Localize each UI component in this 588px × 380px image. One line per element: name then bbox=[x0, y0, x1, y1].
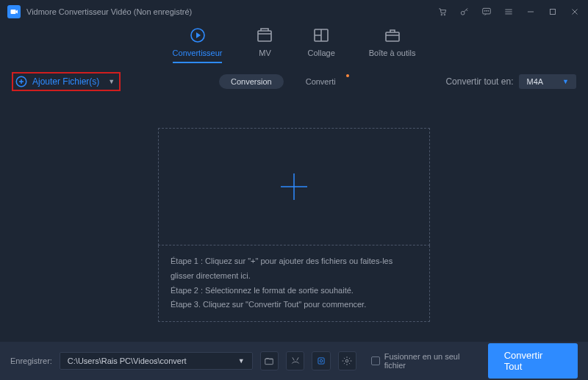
svg-rect-12 bbox=[386, 32, 399, 41]
sub-toolbar: Ajouter Fichier(s) ▼ Conversion Converti… bbox=[0, 63, 588, 98]
plus-icon bbox=[279, 172, 309, 201]
main-tabs: Convertisseur MV Collage Boîte à outils bbox=[0, 24, 588, 63]
chevron-down-icon: ▼ bbox=[108, 78, 115, 85]
convert-all-label: Convertir tout en: bbox=[445, 76, 513, 87]
checkbox-icon bbox=[371, 356, 380, 365]
segment-conversion[interactable]: Conversion bbox=[219, 74, 284, 89]
notification-dot bbox=[346, 74, 349, 77]
svg-point-5 bbox=[484, 10, 485, 11]
svg-point-6 bbox=[487, 10, 487, 11]
svg-point-2 bbox=[444, 14, 445, 15]
save-label: Enregistrer: bbox=[10, 356, 52, 365]
app-logo bbox=[7, 5, 21, 18]
close-icon[interactable] bbox=[569, 6, 581, 18]
merge-label: Fusionner en un seul fichier bbox=[384, 352, 481, 370]
gpu-accel-button[interactable] bbox=[312, 351, 330, 370]
svg-rect-16 bbox=[265, 359, 273, 365]
format-value: M4A bbox=[526, 77, 543, 86]
svg-point-18 bbox=[320, 359, 323, 362]
add-files-label: Ajouter Fichier(s) bbox=[32, 76, 99, 87]
toolbox-icon bbox=[384, 26, 401, 44]
svg-rect-17 bbox=[318, 358, 324, 364]
tab-label: Collage bbox=[307, 49, 334, 57]
chevron-down-icon: ▼ bbox=[238, 357, 245, 365]
tab-collage[interactable]: Collage bbox=[307, 26, 334, 63]
svg-rect-10 bbox=[258, 31, 271, 41]
collage-icon bbox=[312, 26, 330, 44]
cart-icon[interactable] bbox=[437, 6, 448, 18]
converter-icon bbox=[189, 26, 207, 44]
settings-button[interactable] bbox=[338, 351, 356, 370]
chevron-down-icon: ▼ bbox=[562, 78, 569, 85]
svg-point-7 bbox=[488, 10, 489, 11]
plus-circle-icon bbox=[15, 75, 28, 88]
titlebar: Vidmore Convertisseur Vidéo (Non enregis… bbox=[0, 0, 588, 24]
tab-label: MV bbox=[259, 49, 271, 57]
window-title: Vidmore Convertisseur Vidéo (Non enregis… bbox=[26, 7, 437, 16]
add-files-button[interactable]: Ajouter Fichier(s) ▼ bbox=[15, 75, 115, 88]
conversion-segment: Conversion Converti bbox=[219, 74, 348, 89]
mv-icon bbox=[256, 26, 273, 44]
open-folder-button[interactable] bbox=[260, 351, 279, 370]
segment-converted[interactable]: Converti bbox=[294, 74, 348, 89]
convert-all-button[interactable]: Convertir Tout bbox=[488, 343, 578, 379]
tab-toolbox[interactable]: Boîte à outils bbox=[369, 26, 416, 63]
svg-rect-0 bbox=[11, 10, 16, 14]
maximize-icon[interactable] bbox=[547, 6, 559, 18]
output-path: C:\Users\Rais PC\Videos\convert bbox=[68, 356, 187, 365]
drop-zone[interactable] bbox=[158, 128, 430, 245]
output-path-select[interactable]: C:\Users\Rais PC\Videos\convert ▼ bbox=[60, 352, 253, 370]
key-icon[interactable] bbox=[459, 6, 470, 18]
tab-label: Convertisseur bbox=[173, 49, 223, 57]
tab-label: Boîte à outils bbox=[369, 49, 416, 57]
convert-all-format: Convertir tout en: M4A ▼ bbox=[445, 74, 576, 89]
merge-checkbox[interactable]: Fusionner en un seul fichier bbox=[371, 352, 481, 370]
svg-point-3 bbox=[461, 11, 465, 15]
feedback-icon[interactable] bbox=[481, 6, 492, 18]
menu-icon[interactable] bbox=[503, 6, 514, 18]
step-1: Étape 1 : Cliquez sur "+" pour ajouter d… bbox=[171, 254, 417, 284]
minimize-icon[interactable] bbox=[525, 6, 537, 18]
add-files-highlight: Ajouter Fichier(s) ▼ bbox=[12, 72, 121, 91]
step-2: Étape 2 : Sélectionnez le format de sort… bbox=[171, 284, 417, 298]
tab-mv[interactable]: MV bbox=[256, 26, 273, 63]
snapshot-button[interactable] bbox=[286, 351, 304, 370]
tab-converter[interactable]: Convertisseur bbox=[173, 26, 223, 63]
svg-rect-8 bbox=[551, 10, 556, 15]
instructions: Étape 1 : Cliquez sur "+" pour ajouter d… bbox=[158, 245, 430, 322]
bottom-bar: Enregistrer: C:\Users\Rais PC\Videos\con… bbox=[0, 342, 588, 380]
svg-point-19 bbox=[346, 359, 349, 362]
format-select[interactable]: M4A ▼ bbox=[519, 74, 576, 89]
step-3: Étape 3. Cliquez sur "Convertir Tout" po… bbox=[171, 298, 417, 312]
svg-point-1 bbox=[441, 14, 442, 15]
